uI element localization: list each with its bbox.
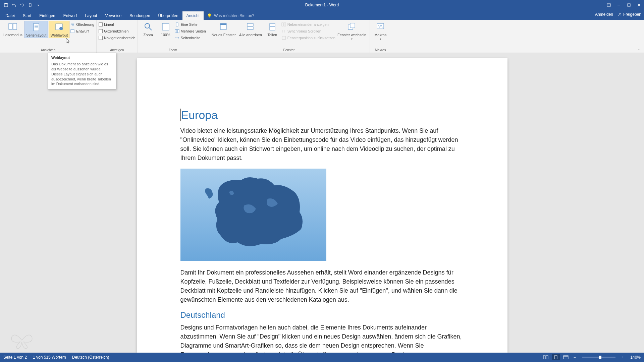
mehrere-seiten-button[interactable]: Mehrere Seiten (175, 28, 206, 34)
title-bar: Dokument1 - Word (0, 0, 644, 10)
teilen-button[interactable]: Teilen (264, 21, 281, 38)
group-anzeigen: Lineal Gitternetzlinien Navigationsberei… (97, 20, 138, 53)
alle-label: Alle anordnen (239, 33, 262, 37)
svg-rect-43 (564, 356, 568, 359)
lesemodus-label: Lesemodus (3, 33, 22, 37)
gliederung-button[interactable]: Gliederung (70, 21, 94, 27)
eine-seite-label: Eine Seite (181, 22, 198, 26)
hundred-button[interactable]: 100% (157, 21, 174, 38)
status-language[interactable]: Deutsch (Österreich) (72, 355, 109, 360)
alle-anordnen-button[interactable]: Alle anordnen (238, 21, 263, 38)
status-page[interactable]: Seite 1 von 2 (3, 355, 27, 360)
svg-rect-27 (177, 29, 179, 33)
svg-rect-31 (247, 27, 253, 29)
web-layout-view-icon[interactable] (562, 354, 570, 360)
tab-sendungen[interactable]: Sendungen (125, 11, 154, 20)
heading-deutschland[interactable]: Deutschland (180, 310, 464, 320)
nebeneinander-label: Nebeneinander anzeigen (287, 22, 329, 26)
ribbon-tabs: Datei Start Einfügen Entwurf Layout Verw… (0, 10, 644, 20)
redo-icon[interactable] (19, 2, 25, 8)
qat-dropdown-icon[interactable] (35, 2, 42, 8)
read-mode-view-icon[interactable] (542, 354, 550, 360)
svg-point-17 (59, 27, 63, 30)
paragraph-1[interactable]: Video bietet eine leistungsstarke Möglic… (180, 126, 464, 163)
group-ansichten: Lesemodus Seitenlayout Weblayout Glieder… (0, 20, 97, 53)
page-width-icon (175, 36, 179, 40)
tell-me-placeholder: Was möchten Sie tun? (214, 13, 254, 18)
position-button: Fensterposition zurücksetzen (281, 35, 335, 41)
tab-verweise[interactable]: Verweise (101, 11, 125, 20)
gliederung-icon (70, 22, 75, 27)
zoom-slider[interactable] (582, 357, 615, 358)
window-controls (604, 0, 644, 10)
spelling-error[interactable]: erhält (316, 269, 331, 276)
seitenlayout-button[interactable]: Seitenlayout (24, 21, 48, 38)
anmelden-link[interactable]: Anmelden (595, 12, 613, 17)
svg-rect-21 (71, 29, 74, 33)
gitter-checkbox[interactable]: Gitternetzlinien (99, 28, 136, 34)
svg-rect-12 (34, 23, 39, 31)
zoom-slider-thumb[interactable] (599, 356, 601, 359)
seitenbreite-button[interactable]: Seitenbreite (175, 35, 206, 41)
neues-fenster-button[interactable]: Neues Fenster (210, 21, 237, 38)
lesemodus-button[interactable]: Lesemodus (2, 21, 24, 38)
weblayout-icon (54, 22, 64, 33)
svg-rect-1 (5, 3, 7, 4)
maximize-icon[interactable] (624, 0, 634, 10)
heading-europa[interactable]: Europa (180, 109, 464, 122)
chevron-down-icon: ▾ (380, 38, 381, 41)
weblayout-button[interactable]: Weblayout (49, 21, 69, 38)
svg-rect-26 (175, 29, 177, 33)
touch-mode-icon[interactable] (27, 2, 34, 8)
minimize-icon[interactable] (614, 0, 624, 10)
document-scroll-area[interactable]: Europa Video bietet eine leistungsstarke… (0, 53, 644, 353)
group-anzeigen-label: Anzeigen (99, 48, 136, 53)
status-words[interactable]: 1 von 515 Wörtern (33, 355, 66, 360)
nav-checkbox[interactable]: Navigationsbereich (99, 35, 136, 41)
svg-rect-6 (628, 4, 630, 6)
nebeneinander-button: Nebeneinander anzeigen (281, 21, 335, 27)
zoom-out-button[interactable]: − (572, 355, 577, 360)
zoom-icon (143, 21, 154, 32)
makros-button[interactable]: Makros ▾ (372, 21, 389, 48)
document-page[interactable]: Europa Video bietet eine leistungsstarke… (137, 58, 507, 353)
close-icon[interactable] (634, 0, 644, 10)
tab-ansicht[interactable]: Ansicht (182, 11, 204, 20)
lineal-checkbox[interactable]: Lineal (99, 21, 136, 27)
checkbox-icon (99, 29, 103, 33)
entwurf-icon (70, 29, 75, 34)
paragraph-3[interactable]: Designs und Formatvorlagen helfen auch d… (180, 323, 464, 353)
zoom-in-button[interactable]: + (620, 355, 626, 360)
breite-label: Seitenbreite (181, 36, 201, 40)
hundred-label: 100% (161, 33, 170, 37)
paragraph-2[interactable]: Damit Ihr Dokument ein professionelles A… (180, 268, 464, 304)
save-icon[interactable] (3, 2, 9, 8)
tab-start[interactable]: Start (19, 11, 35, 20)
svg-rect-38 (350, 23, 355, 28)
neues-label: Neues Fenster (212, 33, 236, 37)
tell-me-search[interactable]: 💡 Was möchten Sie tun? (204, 11, 258, 20)
tab-ueberpruefen[interactable]: Überprüfen (154, 11, 182, 20)
undo-icon[interactable] (11, 2, 17, 8)
entwurf-button[interactable]: Entwurf (70, 28, 94, 34)
collapse-ribbon-icon[interactable] (637, 48, 641, 51)
eine-seite-button[interactable]: Eine Seite (175, 21, 206, 27)
chevron-down-icon: ▾ (351, 38, 353, 41)
checkbox-icon (99, 22, 103, 26)
cursor-icon (66, 38, 70, 44)
tab-einfuegen[interactable]: Einfügen (35, 11, 59, 20)
tab-layout[interactable]: Layout (81, 11, 101, 20)
tab-entwurf[interactable]: Entwurf (59, 11, 81, 20)
print-layout-view-icon[interactable] (552, 354, 560, 360)
europe-map-image[interactable] (180, 169, 326, 261)
sync-scroll-icon (281, 29, 286, 34)
zoom-value[interactable]: 140% (630, 355, 641, 360)
tab-datei[interactable]: Datei (1, 11, 19, 20)
freigeben-button[interactable]: Freigeben (618, 12, 641, 17)
position-label: Fensterposition zurücksetzen (287, 36, 335, 40)
ribbon-display-icon[interactable] (604, 0, 614, 10)
fenster-wechseln-button[interactable]: Fenster wechseln ▾ (336, 21, 368, 41)
zoom-button[interactable]: Zoom (140, 21, 157, 38)
freigeben-label: Freigeben (623, 12, 641, 17)
svg-rect-36 (282, 36, 285, 40)
